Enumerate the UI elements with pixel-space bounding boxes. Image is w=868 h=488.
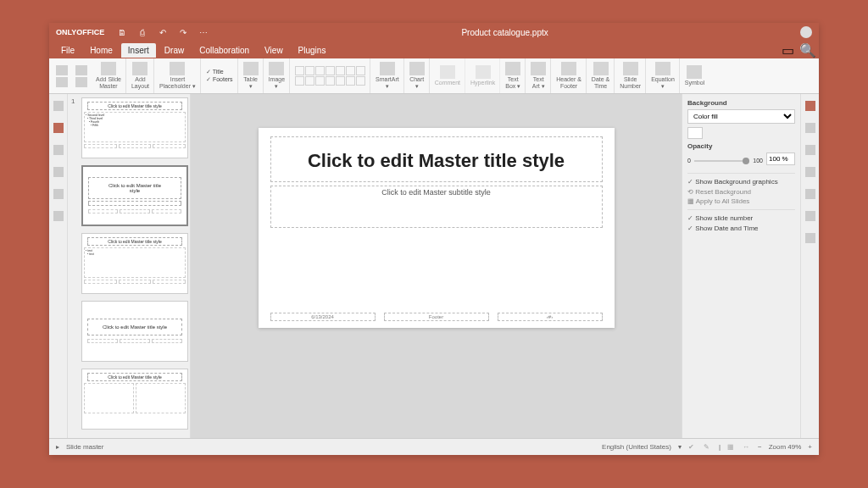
avatar[interactable] bbox=[800, 26, 812, 38]
comments-icon[interactable] bbox=[53, 145, 64, 155]
thumb-layout-3[interactable]: Click to edit Master title style bbox=[81, 301, 188, 362]
menu-home[interactable]: Home bbox=[83, 43, 120, 58]
more-icon[interactable]: ⋯ bbox=[198, 26, 209, 38]
paragraph-settings-icon[interactable] bbox=[805, 167, 815, 177]
search-icon[interactable]: 🔍 bbox=[802, 44, 814, 56]
thumb-master[interactable]: Click to edit Master title style • Secon… bbox=[81, 97, 188, 158]
opacity-slider[interactable] bbox=[694, 160, 749, 162]
document-title: Product catalogue.pptx bbox=[209, 28, 800, 37]
format-painter-icon[interactable] bbox=[75, 77, 87, 87]
cut-icon[interactable] bbox=[75, 65, 87, 75]
table-button[interactable]: Table ▾ bbox=[239, 58, 264, 93]
subtitle-placeholder[interactable]: Click to edit Master subtitle style bbox=[270, 186, 603, 228]
slides-icon[interactable] bbox=[53, 123, 64, 133]
slide-canvas[interactable]: Click to edit Master title style Click t… bbox=[259, 128, 615, 328]
thumb-layout-2[interactable]: Click to edit Master title style • text … bbox=[81, 233, 188, 294]
show-date-time-checkbox[interactable]: Show Date and Time bbox=[687, 225, 795, 232]
apply-all-slides-button[interactable]: Apply to All Slides bbox=[687, 197, 795, 205]
spellcheck-icon[interactable]: ✔ bbox=[688, 443, 697, 452]
textart-settings-icon[interactable] bbox=[805, 233, 815, 243]
chat-icon[interactable] bbox=[53, 167, 64, 177]
hyperlink-button[interactable]: Hyperlink bbox=[466, 58, 500, 93]
redo-icon[interactable]: ↷ bbox=[177, 26, 189, 38]
date-placeholder[interactable]: 6/13/2024 bbox=[270, 313, 376, 321]
zoom-out-button[interactable]: − bbox=[758, 443, 762, 451]
chart-settings-icon[interactable] bbox=[805, 211, 815, 221]
insert-placeholder-button[interactable]: Insert Placeholder ▾ bbox=[155, 58, 201, 93]
opacity-heading: Opacity bbox=[687, 142, 795, 150]
open-file-icon[interactable]: ▭ bbox=[782, 44, 793, 56]
menu-insert[interactable]: Insert bbox=[121, 43, 156, 58]
save-icon[interactable]: 🗎 bbox=[116, 26, 128, 38]
slidenum-placeholder[interactable]: ‹#› bbox=[498, 313, 603, 321]
thumb-layout-4[interactable]: Click to edit Master title style bbox=[81, 369, 188, 430]
comment-button[interactable]: Comment bbox=[431, 58, 465, 93]
copy-icon[interactable] bbox=[56, 65, 68, 75]
symbol-button[interactable]: Symbol bbox=[681, 58, 709, 93]
zoom-in-button[interactable]: + bbox=[808, 443, 812, 451]
play-icon[interactable]: ▸ bbox=[56, 443, 59, 451]
shape-settings-icon[interactable] bbox=[805, 123, 815, 133]
slide-settings-icon[interactable] bbox=[805, 101, 815, 111]
app-brand: ONLYOFFICE bbox=[56, 28, 104, 36]
textbox-button[interactable]: Text Box ▾ bbox=[501, 58, 526, 93]
menu-file[interactable]: File bbox=[54, 43, 81, 58]
chart-button[interactable]: Chart ▾ bbox=[405, 58, 430, 93]
add-layout-button[interactable]: Add Layout bbox=[127, 58, 154, 93]
image-settings-icon[interactable] bbox=[805, 145, 815, 155]
paste-icon[interactable] bbox=[56, 77, 68, 87]
menu-collaboration[interactable]: Collaboration bbox=[192, 43, 256, 58]
master-number: 1 bbox=[71, 97, 75, 105]
title-placeholder[interactable]: Click to edit Master title style bbox=[270, 136, 603, 182]
find-icon[interactable] bbox=[53, 101, 64, 111]
show-bg-graphics-checkbox[interactable]: Show Background graphics bbox=[687, 178, 795, 186]
opacity-input[interactable] bbox=[766, 152, 795, 165]
zoom-level[interactable]: Zoom 49% bbox=[769, 443, 802, 451]
smartart-button[interactable]: SmartArt ▾ bbox=[371, 58, 404, 93]
fit-width-icon[interactable]: ↔ bbox=[743, 443, 751, 452]
background-heading: Background bbox=[687, 99, 795, 107]
status-mode: Slide master bbox=[66, 443, 103, 451]
tracking-icon[interactable]: ✎ bbox=[704, 443, 712, 452]
add-slide-master-button[interactable]: Add Slide Master bbox=[92, 58, 126, 93]
date-time-button[interactable]: Date & Time bbox=[587, 58, 615, 93]
header-footer-button[interactable]: Header & Footer bbox=[552, 58, 587, 93]
footers-checkbox[interactable]: Footers bbox=[206, 76, 233, 83]
fill-color-swatch[interactable] bbox=[687, 127, 703, 139]
feedback-icon[interactable] bbox=[53, 189, 64, 199]
title-checkbox[interactable]: Title bbox=[206, 69, 233, 75]
table-settings-icon[interactable] bbox=[805, 189, 815, 199]
thumb-layout-1[interactable]: Click to edit Master title style bbox=[81, 165, 188, 226]
show-slide-number-checkbox[interactable]: Show slide number bbox=[687, 214, 795, 222]
footer-placeholder[interactable]: Footer bbox=[384, 313, 489, 321]
menu-view[interactable]: View bbox=[258, 43, 290, 58]
reset-background-button[interactable]: Reset Background bbox=[687, 188, 795, 196]
slide-number-button[interactable]: Slide Number bbox=[615, 58, 646, 93]
status-language[interactable]: English (United States) bbox=[602, 443, 671, 451]
textart-button[interactable]: Text Art ▾ bbox=[526, 58, 551, 93]
menu-plugins[interactable]: Plugins bbox=[292, 43, 333, 58]
print-icon[interactable]: ⎙ bbox=[136, 26, 148, 38]
menu-draw[interactable]: Draw bbox=[158, 43, 191, 58]
shapes-gallery[interactable] bbox=[291, 58, 370, 93]
fill-type-select[interactable]: Color fill bbox=[687, 109, 795, 124]
about-icon[interactable] bbox=[53, 211, 64, 221]
fit-page-icon[interactable]: ▦ bbox=[727, 443, 736, 452]
equation-button[interactable]: Equation ▾ bbox=[647, 58, 680, 93]
undo-icon[interactable]: ↶ bbox=[157, 26, 169, 38]
image-button[interactable]: Image ▾ bbox=[264, 58, 290, 93]
